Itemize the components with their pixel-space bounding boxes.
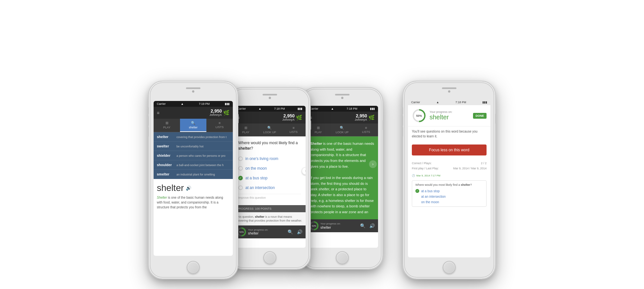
camera: [192, 90, 194, 93]
word-title: shelter: [430, 114, 470, 121]
next-btn[interactable]: ›: [369, 160, 377, 168]
quiz-progress-bar: PROGRESS: 100 POINTS: [234, 205, 306, 212]
phone-4: Carrier ▲ 7:18 PM ▮▮▮ 50% You: [402, 81, 496, 279]
phone2-bottom-bar: 50% Your progress on: shelter 🔍 🔊: [234, 225, 306, 238]
username-label: JohnnyA: [355, 118, 367, 122]
tab-lookup[interactable]: 🔍 shelter: [180, 119, 206, 132]
sound-icon[interactable]: 🔊: [297, 229, 302, 234]
done-button[interactable]: DONE: [473, 113, 487, 119]
word-info: Your progress on: shelter: [430, 110, 470, 121]
wifi-icon: ▲: [436, 101, 439, 104]
choice-indicator: [238, 166, 243, 171]
vol-down-btn: [402, 127, 403, 136]
empty-indicator: [415, 200, 419, 204]
phone2-status-bar: Carrier ▲ 7:18 PM ▮▮▮: [234, 106, 306, 112]
phone4-status-bar: Carrier ▲ 7:18 PM ▮▮▮: [408, 99, 490, 105]
leaf-icon: 🌿: [223, 110, 230, 116]
phones-scene: Carrier ▲ 7:19 PM ▮▮▮ ≡ 2,950 JohnnyA 🌿: [0, 0, 644, 289]
focus-less-button[interactable]: Focus less on this word: [412, 144, 487, 155]
phone1-status-bar: Carrier ▲ 7:19 PM ▮▮▮: [154, 101, 233, 107]
phone2-nav: ≡ 2,950 JohnnyA 🌿: [234, 112, 306, 124]
improve-question-link[interactable]: Improve this question: [238, 194, 301, 201]
power-btn: [310, 120, 311, 130]
result-smelter[interactable]: smelter an industrial plant for smelting: [154, 170, 233, 179]
correct-indicator: ✓: [415, 189, 419, 193]
quiz-choices: in one's living room on the moon ✓ at a …: [238, 155, 301, 191]
result-shielder[interactable]: shielder a person who cares for persons …: [154, 151, 233, 160]
score-display: 2,950 JohnnyA: [282, 114, 295, 122]
lookup-icon: 🔍: [340, 126, 344, 130]
phone4-screen: Carrier ▲ 7:18 PM ▮▮▮ 50% You: [408, 99, 490, 257]
home-button[interactable]: [187, 261, 200, 274]
choice-moon[interactable]: on the moon: [238, 165, 301, 172]
home-button[interactable]: [263, 251, 276, 264]
play-icon: ⊞: [317, 126, 320, 130]
dict-definition: Shelter is one of the basic human needs …: [157, 195, 230, 210]
search-icon[interactable]: 🔍: [288, 229, 293, 234]
result-shoulder[interactable]: shoulder a ball-and-socket joint between…: [154, 160, 233, 170]
carrier-label: Carrier: [309, 107, 318, 110]
wifi-icon: ▲: [331, 107, 334, 110]
result-swelter[interactable]: swelter be uncomfortably hot: [154, 142, 233, 151]
word-progress-info: 50% Your progress on: shelter: [309, 221, 341, 230]
power-btn: [495, 114, 496, 124]
result-shelter[interactable]: shelter covering that provides protectio…: [154, 132, 233, 142]
word-progress-info: 50% Your progress on: shelter: [237, 227, 268, 236]
quiz-question-text: Where would you most likely find a shelt…: [238, 140, 301, 151]
camera: [448, 90, 450, 93]
tab-lists[interactable]: ≡ LISTS: [206, 119, 233, 132]
stat-plays: First play / Last Play: Mar 9, 2014 / Ma…: [412, 166, 487, 171]
phone-2: Carrier ▲ 7:18 PM ▮▮▮ ≡ 2,950 JohnnyA 🌿: [229, 87, 311, 270]
score-value: 2,950: [355, 114, 367, 118]
tab-lookup[interactable]: 🔍 LOOK UP: [330, 124, 354, 136]
speaker: [186, 87, 201, 89]
vol-up-btn: [148, 116, 149, 125]
dict-entry: shelter 🔊 Shelter is one of the basic hu…: [154, 179, 233, 214]
phone3-status-bar: Carrier ▲ 7:18 PM ▮▮▮: [306, 106, 378, 112]
score-value: 2,950: [282, 114, 295, 118]
search-icon[interactable]: 🔍: [360, 223, 365, 228]
sound-icon[interactable]: 🔊: [369, 223, 375, 228]
power-btn: [237, 114, 239, 124]
question-choices: ✓ at a bus stop at an intersection on th…: [415, 189, 483, 204]
choice-intersection[interactable]: at an intersection: [238, 184, 301, 191]
choice-bus-stop[interactable]: ✓ at a bus stop: [238, 174, 301, 182]
phone-1: Carrier ▲ 7:19 PM ▮▮▮ ≡ 2,950 JohnnyA 🌿: [148, 81, 238, 279]
phone4-header: 50% Your progress on: shelter DONE: [408, 105, 490, 126]
stat-correct: Correct / Plays: 2 / 2: [412, 161, 487, 166]
phone3-bottom-bar: 50% Your progress on: shelter 🔍 🔊: [306, 219, 378, 232]
dict-word: shelter: [157, 183, 184, 193]
quiz-content-area: Where would you most likely find a shelt…: [234, 136, 306, 205]
speaker: [262, 94, 277, 95]
sound-btn[interactable]: 🔊: [186, 185, 191, 191]
question-text: Where would you most likely find a shelt…: [415, 183, 483, 186]
phone1-tabbar: ⊞ PLAY 🔍 shelter ≡ LISTS: [154, 119, 233, 132]
word-description: You'll see questions on this word becaus…: [408, 126, 490, 141]
next-icon: ›: [372, 162, 374, 166]
battery-icon: ▮▮▮: [370, 107, 375, 110]
tab-play[interactable]: ⊞ PLAY: [154, 119, 180, 132]
tab-lookup-label: shelter: [189, 126, 197, 129]
choice-indicator-correct: ✓: [238, 176, 243, 180]
tab-lists[interactable]: ≡ LISTS: [282, 124, 306, 136]
choice-moon[interactable]: on the moon: [415, 200, 483, 204]
phone1-nav: ≡ 2,950 JohnnyA 🌿: [154, 107, 233, 119]
tab-lists[interactable]: ≡ LISTS: [354, 124, 378, 136]
phone3-tabbar: ⊞ PLAY 🔍 LOOK UP ≡ LISTS: [306, 124, 378, 136]
choice-living-room[interactable]: in one's living room: [238, 155, 301, 162]
score-display: 2,950 JohnnyA: [209, 109, 222, 117]
home-button[interactable]: [336, 251, 349, 264]
time-label: 7:18 PM: [455, 101, 466, 104]
quiz-explanation: this question, shelter is a noun that me…: [234, 212, 306, 225]
choice-bus-stop[interactable]: ✓ at a bus stop: [415, 189, 483, 193]
score-display: 2,950 JohnnyA: [355, 114, 367, 122]
definition-text: Shelter is one of the basic human needs …: [310, 141, 374, 169]
score-wrap: 2,950 JohnnyA 🌿: [282, 114, 302, 122]
choice-intersection[interactable]: at an intersection: [415, 194, 483, 198]
speaker: [335, 94, 349, 95]
tab-lookup[interactable]: 🔍 LOOK UP: [258, 124, 281, 136]
next-icon: ›: [305, 169, 306, 173]
home-button[interactable]: [443, 261, 456, 274]
menu-icon[interactable]: ≡: [157, 110, 159, 115]
choice-indicator: [238, 185, 243, 190]
